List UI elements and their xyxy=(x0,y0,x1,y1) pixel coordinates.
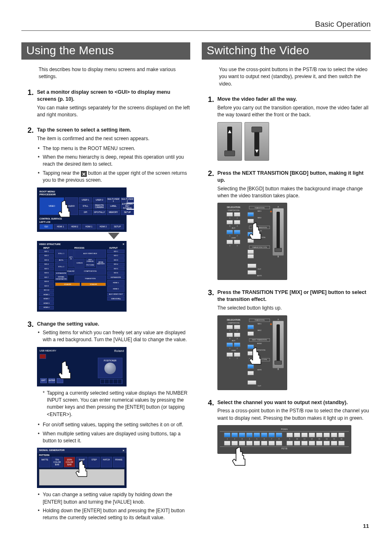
xpt-button-4[interactable]: 4 xyxy=(246,432,253,437)
menu-memory[interactable]: MEMORY xyxy=(107,210,120,215)
step-title: Press the NEXT TRANSITION [BKGD] button,… xyxy=(217,170,371,184)
page-header: Basic Operation xyxy=(21,20,371,31)
xpt-button-14[interactable] xyxy=(323,441,330,446)
step-title: Set a monitor display screen to <GUI> to… xyxy=(37,89,190,103)
figure-signal-generator: SIGNAL GENERATOR✕ PATTERN MATTE 75% COLO… xyxy=(37,448,190,488)
step-number: 4. xyxy=(202,399,215,458)
xpt-button-8[interactable] xyxy=(276,441,282,446)
xpt-button-10[interactable]: 10 xyxy=(294,432,300,437)
tab-step[interactable]: STEP xyxy=(88,457,100,467)
hand-pointer-icon xyxy=(247,219,263,244)
xpt-button-9[interactable]: 9 xyxy=(286,432,293,437)
step-title: Press the TRANSITION TYPE [MIX] or [WIPE… xyxy=(217,289,371,303)
lcd-hdmi1b[interactable]: HDMI 1 xyxy=(82,224,96,229)
xpt-button-10[interactable] xyxy=(294,441,300,446)
right-step-4: 4. Select the channel you want to output… xyxy=(202,399,371,458)
xpt-button-5[interactable] xyxy=(254,441,260,446)
auto-button[interactable] xyxy=(247,270,256,275)
xpt-button-7[interactable] xyxy=(268,441,275,446)
arrow-down-icon xyxy=(108,233,120,239)
xpt-button-13[interactable] xyxy=(316,441,323,446)
xpt-button-7[interactable]: 7 xyxy=(268,432,275,437)
menu-gpotally[interactable]: GPO/TALLY xyxy=(93,210,106,215)
video-fader[interactable] xyxy=(272,321,284,368)
xpt-button-15[interactable] xyxy=(331,441,337,446)
step-title: Tap the screen to select a setting item. xyxy=(37,127,190,134)
xpt-button-16[interactable]: 16 xyxy=(338,432,345,437)
xpt-button-12[interactable]: 12 xyxy=(309,432,315,437)
wipe-button[interactable] xyxy=(247,254,254,259)
menu-user1[interactable]: USER 1 xyxy=(79,197,92,203)
xpt-button-5[interactable]: 5 xyxy=(254,432,260,437)
positioner-panel: POSITIONER xyxy=(98,358,122,378)
figure-video-structure: VIDEO STRUCTURE✕ INPUT PROCESS OUTPUT SD… xyxy=(37,241,127,312)
hand-pointer-icon xyxy=(73,459,90,479)
footnote: Tapping a currently selected setting val… xyxy=(43,390,190,419)
step-number: 1. xyxy=(21,89,35,121)
tab-hatch[interactable]: HATCH xyxy=(101,457,112,467)
enter-button[interactable]: ENTER xyxy=(48,378,55,383)
cut-button[interactable] xyxy=(247,264,256,268)
tab-matte[interactable]: MATTE xyxy=(39,457,51,467)
mix-button[interactable] xyxy=(247,250,254,254)
figure-crosspoint: PGM/A 12345678910111213141516 PST/B xyxy=(217,425,371,454)
menu-setup[interactable]: SETUP xyxy=(121,210,134,215)
xpt-button-9[interactable] xyxy=(286,441,293,446)
fader-down[interactable] xyxy=(244,122,269,161)
menu-mv2[interactable]: MULTI-VIEW 2 xyxy=(121,197,134,203)
menu-still[interactable]: STILL xyxy=(79,204,92,209)
figure-root-menu: ROOT MENUPROCESSOR VIDEO AUDIO USER 1 US… xyxy=(37,187,190,312)
switching-video-intro: You use the cross-point buttons in the P… xyxy=(219,66,371,88)
xpt-button-12[interactable] xyxy=(309,441,315,446)
xpt-button-2[interactable]: 2 xyxy=(231,432,238,437)
bullet: When the menu hierarchy is deep, repeat … xyxy=(37,154,190,168)
menu-mv1[interactable]: MULTI-VIEW 1 xyxy=(107,197,120,203)
value-field[interactable] xyxy=(39,354,46,359)
figure-fader-positions xyxy=(217,122,371,161)
step-number: 3. xyxy=(21,321,35,524)
xpt-button-8[interactable]: 8 xyxy=(276,432,282,437)
me1-button[interactable] xyxy=(247,212,254,217)
hand-pointer-icon xyxy=(56,199,72,220)
menu-user2[interactable]: USER 2 xyxy=(93,197,106,203)
close-icon[interactable]: ✕ xyxy=(122,243,125,245)
tab-75cb[interactable]: 75% COLOR BAR xyxy=(51,457,63,467)
wipe-button[interactable] xyxy=(247,371,254,375)
page-number: 11 xyxy=(363,523,369,529)
menu-label[interactable]: LABEL xyxy=(107,204,120,209)
menu-remote[interactable]: REMOTE CAMERA xyxy=(93,204,106,209)
xpt-button-3[interactable]: 3 xyxy=(239,432,245,437)
lcd-gui[interactable]: GUI xyxy=(39,224,53,229)
fader-up[interactable] xyxy=(217,122,242,161)
menu-gpi[interactable]: GPI xyxy=(79,210,92,215)
step-text: You can make settings separately for the… xyxy=(37,104,190,119)
xpt-button-15[interactable]: 15 xyxy=(331,432,337,437)
xpt-button-11[interactable]: 11 xyxy=(301,432,308,437)
lcd-hdmi1[interactable]: HDMI 1 xyxy=(54,224,67,229)
positioner-dial[interactable] xyxy=(104,363,116,374)
exit-button[interactable]: EXIT xyxy=(40,378,47,383)
figure-panel-mix: DELEGATION COMPOSITION 12 34 AUX 12 USER… xyxy=(217,315,371,390)
close-icon[interactable]: ✕ xyxy=(122,449,125,452)
step-text: Press a cross-point button in the PST/B … xyxy=(217,407,371,422)
step-text: Selecting the [BKGD] button makes the ba… xyxy=(217,185,371,200)
tab-frame[interactable]: FRAME xyxy=(113,457,125,467)
xpt-button-11[interactable] xyxy=(301,441,308,446)
xpt-button-13[interactable]: 13 xyxy=(316,432,323,437)
step-title: Move the video fader all the way. xyxy=(217,96,371,103)
xpt-button-14[interactable]: 14 xyxy=(323,432,330,437)
lcd-setup[interactable]: SETUP xyxy=(111,224,124,229)
xpt-button-6[interactable] xyxy=(261,441,267,446)
lcd-hdmi2[interactable]: HDMI 2 xyxy=(68,224,81,229)
video-fader[interactable] xyxy=(272,208,284,256)
xpt-button-1[interactable]: 1 xyxy=(224,432,231,437)
xpt-button-16[interactable] xyxy=(338,441,345,446)
figure-usb-memory: USB MEMORY Roland POSITIONER EXIT xyxy=(37,347,190,386)
xpt-button-6[interactable]: 6 xyxy=(261,432,267,437)
menu-extkey[interactable]: EXTERNAL KEY SOURCE xyxy=(121,204,134,209)
hand-pointer-icon xyxy=(230,445,248,469)
bullet: Tapping near the ✕ button at the upper r… xyxy=(37,170,190,184)
bullet: For on/off setting values, tapping the s… xyxy=(37,421,190,428)
lcd-hdmi2b[interactable]: HDMI 2 xyxy=(97,224,110,229)
bullet: You can change a setting value rapidly b… xyxy=(37,491,190,506)
